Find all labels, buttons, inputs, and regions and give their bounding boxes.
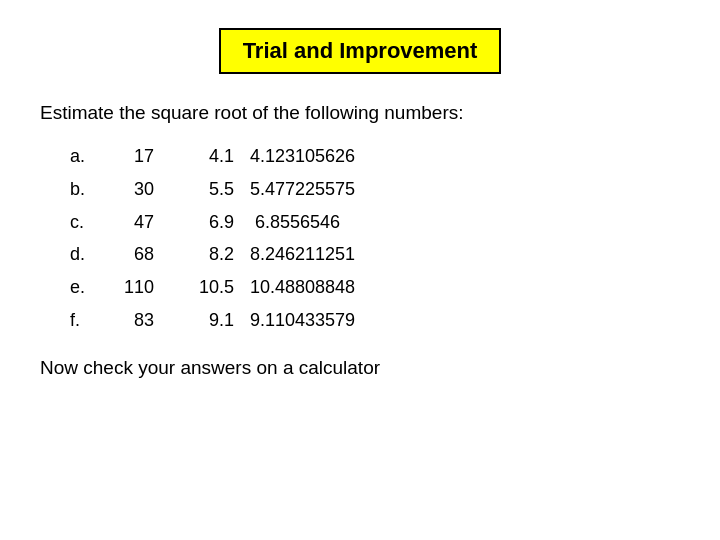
title-box: Trial and Improvement xyxy=(219,28,502,74)
table-cell: 17 xyxy=(110,142,170,171)
title-text: Trial and Improvement xyxy=(243,38,478,63)
table-cell: 30 xyxy=(110,175,170,204)
table-cell: 9.110433579 xyxy=(250,306,340,335)
table-cell: 10.48808848 xyxy=(250,273,340,302)
table-cell: e. xyxy=(70,273,110,302)
items-table: a.174.14.123105626b.305.55.477225575c.47… xyxy=(70,142,340,335)
table-cell: 5.477225575 xyxy=(250,175,340,204)
table-cell: 83 xyxy=(110,306,170,335)
table-cell: f. xyxy=(70,306,110,335)
page: Trial and Improvement Estimate the squar… xyxy=(0,0,720,540)
table-cell: b. xyxy=(70,175,110,204)
table-cell: 10.5 xyxy=(170,273,250,302)
table-cell: 6.8556546 xyxy=(250,208,340,237)
table-cell: 8.2 xyxy=(170,240,250,269)
table-cell: 4.1 xyxy=(170,142,250,171)
table-cell: 47 xyxy=(110,208,170,237)
table-cell: 8.246211251 xyxy=(250,240,340,269)
footer: Now check your answers on a calculator xyxy=(40,357,380,379)
table-cell: c. xyxy=(70,208,110,237)
subtitle: Estimate the square root of the followin… xyxy=(40,102,464,124)
table-cell: 9.1 xyxy=(170,306,250,335)
content-area: a.174.14.123105626b.305.55.477225575c.47… xyxy=(40,142,340,335)
title-container: Trial and Improvement xyxy=(40,28,680,74)
table-cell: a. xyxy=(70,142,110,171)
table-cell: d. xyxy=(70,240,110,269)
table-cell: 5.5 xyxy=(170,175,250,204)
table-cell: 110 xyxy=(110,273,170,302)
table-cell: 4.123105626 xyxy=(250,142,340,171)
table-cell: 6.9 xyxy=(170,208,250,237)
table-cell: 68 xyxy=(110,240,170,269)
